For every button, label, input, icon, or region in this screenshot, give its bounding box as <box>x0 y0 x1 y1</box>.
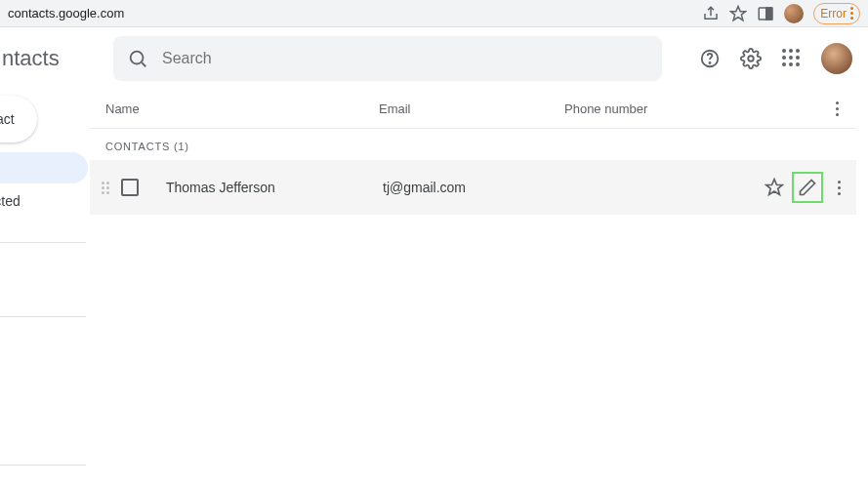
app-header: ntacts <box>0 27 868 90</box>
svg-point-7 <box>748 56 754 61</box>
profile-avatar-small[interactable] <box>784 4 804 23</box>
column-header-email: Email <box>379 102 564 116</box>
edit-contact-button[interactable] <box>792 172 823 203</box>
url-text: contacts.google.com <box>8 6 124 20</box>
star-button[interactable] <box>765 178 784 197</box>
error-label: Error <box>820 7 847 20</box>
sidebar-divider <box>0 242 86 243</box>
help-icon[interactable] <box>698 47 722 70</box>
search-input[interactable] <box>162 50 648 67</box>
browser-omnibox: contacts.google.com Error <box>0 0 868 27</box>
brand-title: ntacts <box>2 46 102 71</box>
omnibox-actions: Error <box>702 3 860 24</box>
search-icon <box>127 48 148 69</box>
share-icon[interactable] <box>702 5 720 22</box>
sidebar-partial: act contacted l acts <box>0 90 90 215</box>
panel-icon[interactable] <box>757 5 774 22</box>
contact-email: tj@gmail.com <box>383 180 568 195</box>
sidebar-divider <box>0 316 86 317</box>
bookmark-star-icon[interactable] <box>729 5 747 22</box>
contact-row[interactable]: Thomas Jefferson tj@gmail.com <box>90 160 856 215</box>
sidebar-item-selected[interactable] <box>0 152 88 183</box>
create-label: act <box>0 111 15 127</box>
more-vertical-icon <box>829 102 845 116</box>
svg-point-3 <box>131 52 144 64</box>
svg-line-4 <box>142 62 145 66</box>
account-avatar[interactable] <box>821 43 852 74</box>
extension-error-pill[interactable]: Error <box>813 3 860 24</box>
select-checkbox[interactable] <box>121 179 139 196</box>
more-vertical-icon <box>831 181 847 195</box>
search-box[interactable] <box>113 36 662 81</box>
star-icon <box>765 178 784 197</box>
svg-rect-2 <box>766 8 772 20</box>
more-vertical-icon <box>850 7 853 20</box>
table-header: Name Email Phone number <box>90 90 856 129</box>
gear-icon[interactable] <box>739 47 763 70</box>
apps-grid-icon[interactable] <box>780 47 804 70</box>
column-header-phone: Phone number <box>564 102 817 116</box>
contact-name: Thomas Jefferson <box>166 180 383 195</box>
column-header-name: Name <box>105 102 379 116</box>
svg-point-6 <box>709 62 710 63</box>
create-contact-button[interactable]: act <box>0 96 37 142</box>
svg-marker-8 <box>766 180 783 195</box>
svg-marker-0 <box>731 6 746 20</box>
sidebar-divider <box>0 465 86 466</box>
main-content: Name Email Phone number CONTACTS (1) Tho… <box>90 90 868 215</box>
column-settings-button[interactable] <box>817 102 856 116</box>
pencil-icon <box>798 178 817 197</box>
drag-handle-icon[interactable] <box>102 182 113 194</box>
sidebar-item-frequently-contacted[interactable]: contacted <box>0 193 21 209</box>
section-label: CONTACTS (1) <box>90 129 856 160</box>
row-more-button[interactable] <box>831 181 847 195</box>
